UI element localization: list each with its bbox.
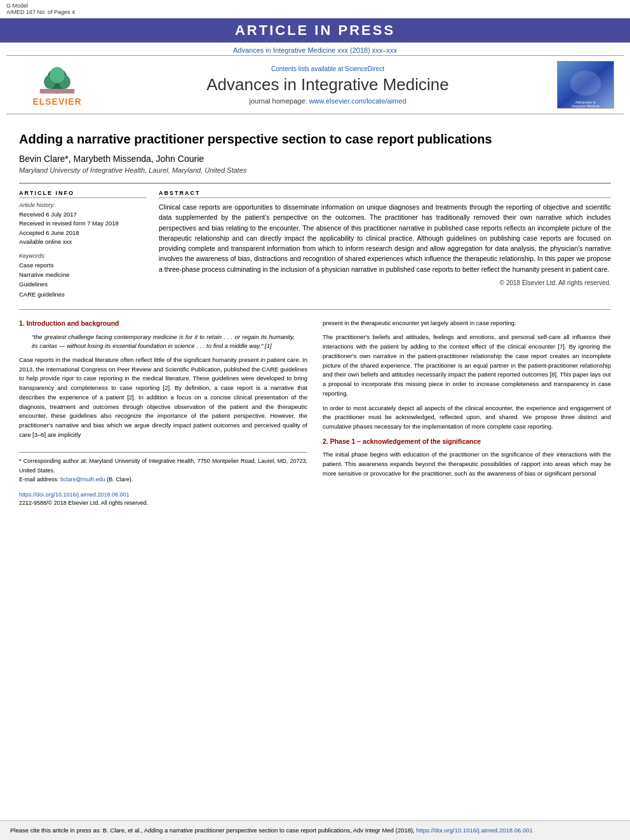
science-direct-link[interactable]: ScienceDirect xyxy=(345,65,384,72)
journal-info-bar: Advances in Integrative Medicine xxx (20… xyxy=(0,43,630,55)
article-info-column: ARTICLE INFO Article history: Received 6… xyxy=(19,190,146,299)
body-para-3: The practitioner's beliefs and attitudes… xyxy=(323,333,611,398)
body-para-2: present in the therapeutic encounter yet… xyxy=(323,319,611,328)
authors: Bevin Clare*, Marybeth Missenda, John Co… xyxy=(19,154,611,164)
issn-text: 2212-9588/© 2018 Elsevier Ltd. All right… xyxy=(19,499,307,508)
model-info: G Model AIMED 167 No. of Pages 4 xyxy=(6,3,75,15)
elsevier-logo: ELSEVIER xyxy=(32,63,81,107)
svg-text:Advances in: Advances in xyxy=(575,100,596,104)
abstract-text: Clinical case reports are opportunities … xyxy=(159,202,611,274)
article-content: Adding a narrative practitioner perspect… xyxy=(0,114,630,514)
section1-heading: 1. Introduction and background xyxy=(19,319,307,329)
footnote-area: * Corresponding author at: Maryland Univ… xyxy=(19,452,307,484)
email-link[interactable]: bclare@muih.edu xyxy=(60,476,105,483)
abstract-label: ABSTRACT xyxy=(159,190,611,198)
doi-footer: https://doi.org/10.1016/j.aimed.2018.06.… xyxy=(19,491,307,508)
article-info-label: ARTICLE INFO xyxy=(19,190,146,198)
article-info-abstract: ARTICLE INFO Article history: Received 6… xyxy=(19,183,611,299)
journal-homepage: journal homepage: www.elsevier.com/locat… xyxy=(108,97,547,105)
keyword-3: Guidelines xyxy=(19,279,146,289)
svg-point-4 xyxy=(50,67,65,83)
corresponding-note: * Corresponding author at: Maryland Univ… xyxy=(19,457,307,475)
journal-header-right: Advances in Integrative Medicine xyxy=(554,61,617,109)
history-label: Article history: xyxy=(19,202,146,208)
body-divider xyxy=(19,309,611,310)
citation-bar: Please cite this article in press as: B.… xyxy=(0,820,630,840)
section2-heading: 2. Phase 1 – acknowledgement of the sign… xyxy=(323,437,611,447)
contents-line: Contents lists available at ScienceDirec… xyxy=(108,65,547,72)
svg-rect-5 xyxy=(40,89,75,93)
model-text: G Model xyxy=(6,3,75,9)
detected-which: which xyxy=(107,422,122,429)
email-label: E-mail address: xyxy=(19,476,59,483)
citation-doi-link[interactable]: https://doi.org/10.1016/j.aimed.2018.06.… xyxy=(416,827,532,834)
available-online: Available online xxx xyxy=(19,237,146,246)
top-banner: G Model AIMED 167 No. of Pages 4 xyxy=(0,0,630,18)
article-title: Adding a narrative practitioner perspect… xyxy=(19,131,611,147)
doi-link[interactable]: https://doi.org/10.1016/j.aimed.2018.06.… xyxy=(19,491,130,498)
journal-title: Advances in Integrative Medicine xyxy=(108,75,547,95)
elsevier-tree-icon xyxy=(35,63,79,95)
keyword-2: Narrative medicine xyxy=(19,270,146,279)
journal-header-left: ELSEVIER xyxy=(13,63,102,107)
article-in-press-banner: ARTICLE IN PRESS xyxy=(0,18,630,43)
journal-ref-link[interactable]: Advances in Integrative Medicine xxx (20… xyxy=(233,46,397,54)
keyword-4: CARE guidelines xyxy=(19,290,146,299)
accepted-date: Accepted 6 June 2018 xyxy=(19,229,146,237)
journal-thumbnail: Advances in Integrative Medicine xyxy=(557,61,614,109)
copyright: © 2018 Elsevier Ltd. All rights reserved… xyxy=(159,279,611,286)
page: G Model AIMED 167 No. of Pages 4 ARTICLE… xyxy=(0,0,630,840)
email-person: (B. Clare). xyxy=(107,476,133,483)
journal-header-center: Contents lists available at ScienceDirec… xyxy=(102,65,554,105)
received-revised-date: Received in revised form 7 May 2018 xyxy=(19,219,146,228)
citation-text: Please cite this article in press as: B.… xyxy=(10,827,415,834)
affiliation: Maryland University of Integrative Healt… xyxy=(19,166,611,174)
body-para-4: In order to most accurately depict all a… xyxy=(323,404,611,432)
block-quote: "the greatest challenge facing contempor… xyxy=(32,333,295,351)
body-para-5: The initial phase begins with education … xyxy=(323,450,611,478)
elsevier-text: ELSEVIER xyxy=(32,97,81,107)
body-col-left: 1. Introduction and background "the grea… xyxy=(19,319,307,508)
body-col-right: present in the therapeutic encounter yet… xyxy=(323,319,611,508)
banner-text: ARTICLE IN PRESS xyxy=(235,22,395,38)
keyword-1: Case reports xyxy=(19,260,146,270)
journal-code: AIMED 167 No. of Pages 4 xyxy=(6,9,75,15)
email-line: E-mail address: bclare@muih.edu (B. Clar… xyxy=(19,475,307,484)
journal-cover-image: Advances in Integrative Medicine xyxy=(558,61,613,109)
svg-text:Integrative Medicine: Integrative Medicine xyxy=(572,105,600,108)
journal-header: ELSEVIER Contents lists available at Sci… xyxy=(6,55,624,114)
body-para-1: Case reports in the medical literature o… xyxy=(19,356,307,439)
abstract-column: ABSTRACT Clinical case reports are oppor… xyxy=(159,190,611,299)
received-date: Received 6 July 2017 xyxy=(19,210,146,219)
svg-point-7 xyxy=(570,71,601,96)
homepage-link[interactable]: www.elsevier.com/locate/aimed xyxy=(309,97,406,105)
keywords-label: Keywords: xyxy=(19,253,146,259)
body-columns: 1. Introduction and background "the grea… xyxy=(19,319,611,508)
